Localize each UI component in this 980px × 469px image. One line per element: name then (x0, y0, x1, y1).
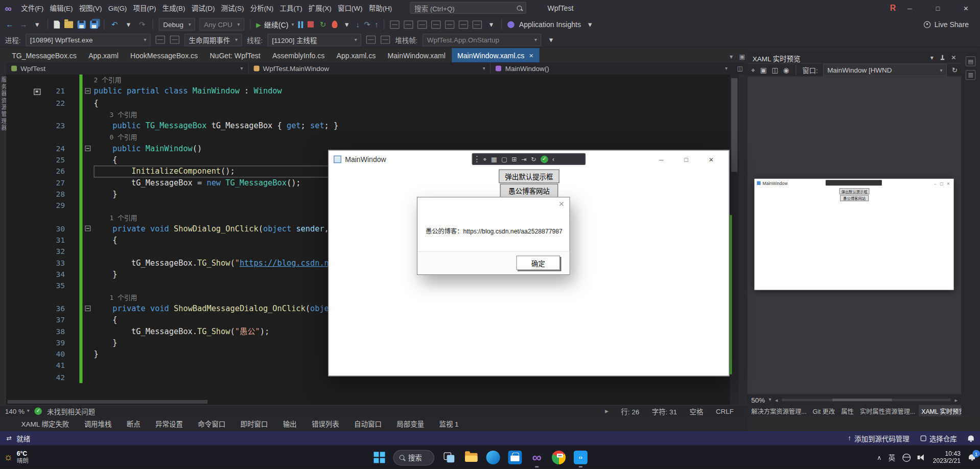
eol-indicator[interactable]: CRLF (716, 407, 734, 415)
codelens-margin-icon[interactable] (34, 89, 40, 95)
app-minimize-button[interactable]: ─ (649, 151, 674, 168)
hot-reload-icon[interactable] (332, 20, 338, 28)
nav-history-dropdown-icon[interactable]: ▾ (33, 19, 42, 30)
visual-studio-icon[interactable]: ∞ (530, 451, 544, 464)
task-view-icon[interactable] (442, 451, 456, 464)
menu-item-分析(N)[interactable]: 分析(N) (247, 0, 277, 16)
volume-icon[interactable] (917, 453, 926, 462)
active-files-dropdown-icon[interactable]: ▾ (730, 53, 733, 60)
app-close-button[interactable]: ✕ (699, 151, 724, 168)
document-tab-TG_MessageBox.cs[interactable]: TG_MessageBox.cs (6, 48, 82, 62)
dialog-ok-button[interactable]: 确定 (516, 255, 560, 270)
comment-icon[interactable] (459, 20, 468, 29)
show-adorners-icon[interactable]: ▣ (760, 66, 767, 74)
code-line[interactable]: public partial class MainWindow : Window (94, 86, 722, 97)
notification-bell-icon[interactable]: 1 (968, 453, 976, 462)
editor-horizontal-scrollbar[interactable] (6, 398, 721, 405)
highlight-element-icon[interactable]: ◉ (783, 66, 789, 74)
weather-widget[interactable]: ☼ 6°C 晴朗 (4, 448, 29, 467)
zoom-dropdown-icon[interactable]: ▾ (769, 397, 772, 403)
process-dropdown[interactable]: [10896] WpfTest.exe▾ (26, 33, 151, 45)
continue-button[interactable]: ▶继续(C)▾ (256, 19, 294, 30)
document-tab-AssemblyInfo.cs[interactable]: AssemblyInfo.cs (267, 48, 330, 62)
scroll-left-icon[interactable]: ◂ (775, 396, 778, 403)
show-threads-icon[interactable] (381, 36, 390, 44)
properties-window-icon[interactable] (418, 20, 427, 29)
pin-icon[interactable] (939, 55, 945, 61)
redo-icon[interactable]: ↷ (137, 19, 147, 30)
menu-item-编辑(E)[interactable]: 编辑(E) (46, 0, 76, 16)
undo-dropdown-icon[interactable]: ▾ (124, 19, 133, 30)
close-button[interactable]: ✕ (952, 0, 980, 16)
preview-zoom-value[interactable]: 50% (751, 396, 765, 404)
thread-dropdown[interactable]: [11200] 主线程▾ (268, 33, 361, 45)
flag-thread-icon[interactable] (366, 36, 376, 44)
server-explorer-tab[interactable]: 服务器资源管理器 (0, 75, 6, 212)
app-maximize-button[interactable]: □ (674, 151, 699, 168)
auto-hide-tab-icon-2[interactable]: ▥ (966, 70, 976, 80)
collapse-toolbar-icon[interactable]: ‹ (552, 156, 554, 162)
show-grid-icon[interactable]: ▦ (491, 156, 497, 162)
document-tab-MainWindow.xaml[interactable]: MainWindow.xaml (382, 48, 451, 62)
scroll-right-icon[interactable]: ▸ (954, 396, 958, 403)
application-insights-label[interactable]: Application Insights (519, 20, 581, 28)
microsoft-store-icon[interactable] (508, 451, 522, 464)
yugong-blog-button[interactable]: 愚公博客网站 (500, 184, 558, 198)
editor-split-dropdown-icon[interactable]: ◫ (733, 62, 748, 74)
lifecycle-events-dropdown[interactable]: 生命周期事件▾ (184, 33, 242, 45)
notifications-icon[interactable] (968, 436, 974, 441)
menu-item-Git(G)[interactable]: Git(G) (105, 0, 130, 16)
dialog-close-icon[interactable]: ✕ (558, 200, 564, 208)
bottom-panel-tab-断点[interactable]: 断点 (121, 419, 147, 429)
chrome-icon[interactable] (552, 451, 566, 464)
fold-collapse-icon[interactable] (85, 225, 90, 231)
indentation-indicator[interactable]: 空格 (690, 406, 704, 416)
code-health-icon[interactable]: ✓ (35, 407, 42, 415)
bottom-panel-tab-自动窗口[interactable]: 自动窗口 (348, 419, 388, 429)
panel-menu-dropdown-icon[interactable]: ▾ (930, 54, 934, 61)
nav-forward-icon[interactable]: → (19, 19, 28, 30)
vscode-icon[interactable]: ‹› (574, 451, 588, 464)
application-insights-dropdown-icon[interactable]: ▾ (586, 19, 595, 30)
ime-indicator[interactable]: 英 (889, 453, 895, 463)
quick-search-box[interactable]: 搜索 (Ctrl+Q) (410, 2, 526, 14)
start-button[interactable] (374, 452, 385, 463)
menu-item-工具(T)[interactable]: 工具(T) (276, 0, 305, 16)
network-icon[interactable] (902, 453, 911, 461)
toolbox-icon[interactable] (432, 20, 441, 29)
menu-item-文件(F)[interactable]: 文件(F) (18, 0, 46, 16)
solution-platform-dropdown[interactable]: Any CPU▾ (200, 18, 244, 30)
new-file-icon[interactable] (54, 20, 60, 29)
file-explorer-icon[interactable] (464, 451, 478, 464)
code-line[interactable]: public TG_MessageBox tG_MessageBox { get… (94, 120, 722, 131)
float-tab-icon[interactable]: ▣ (739, 53, 745, 60)
hot-reload-icon[interactable]: ↻ (531, 156, 536, 162)
bottom-panel-tab-异常设置[interactable]: 异常设置 (149, 419, 189, 429)
breadcrumb-type[interactable]: WpfTest.MainWindow ▾ (248, 62, 490, 74)
menu-item-调试(D)[interactable]: 调试(D) (189, 0, 218, 16)
find-in-files-icon[interactable] (390, 20, 400, 29)
process-snapshot-icon[interactable] (170, 36, 179, 44)
bottom-panel-tab-即时窗口[interactable]: 即时窗口 (234, 419, 274, 429)
document-tab-HookMessageBox.cs[interactable]: HookMessageBox.cs (125, 48, 203, 62)
menu-item-测试(S)[interactable]: 测试(S) (218, 0, 247, 16)
step-out-icon[interactable]: ↑ (375, 20, 378, 29)
menu-item-扩展(X)[interactable]: 扩展(X) (306, 0, 335, 16)
toolbar-overflow-icon[interactable]: ▾ (546, 35, 555, 45)
toolbar-grip-icon[interactable] (476, 156, 479, 162)
code-line[interactable]: { (94, 97, 722, 108)
add-to-source-control-button[interactable]: ↑ 添加到源代码管理 (848, 433, 909, 443)
document-tab-NuGet: WpfTest[interactable]: NuGet: WpfTest (204, 48, 266, 62)
hidden-icons-chevron[interactable]: ∧ (877, 454, 881, 461)
bottom-panel-tab-输出[interactable]: 输出 (276, 419, 302, 429)
maximize-button[interactable]: □ (924, 0, 952, 16)
hot-reload-dropdown-icon[interactable]: ▾ (342, 19, 352, 30)
undo-icon[interactable]: ↶ (110, 19, 119, 30)
document-tab-App.xaml[interactable]: App.xaml (83, 48, 124, 62)
bottom-panel-tab-XAML 绑定失败[interactable]: XAML 绑定失败 (15, 419, 75, 429)
editor-zoom-dropdown[interactable]: 140 %▾ (5, 407, 30, 415)
r-extension-icon[interactable]: R (890, 0, 896, 16)
tab-order-icon[interactable]: ⇥ (521, 156, 526, 162)
document-tab-App.xaml.cs[interactable]: App.xaml.cs (331, 48, 382, 62)
step-over-icon[interactable]: ↷ (364, 20, 370, 29)
